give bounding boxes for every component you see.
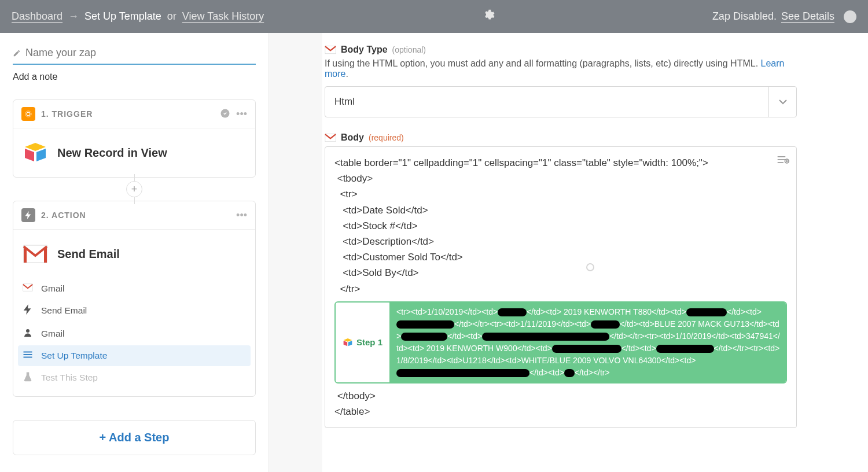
- topbar-right: Zap Disabled. See Details: [712, 10, 856, 23]
- step-data-chip[interactable]: Step 1 <tr><td>1/10/2019</td><td></td><t…: [334, 301, 787, 384]
- gmail-small-icon: [325, 133, 336, 142]
- trigger-badge-icon: [21, 107, 35, 121]
- trigger-title: 1. TRIGGER: [41, 109, 216, 119]
- substep-label: Gmail: [41, 329, 64, 339]
- gmail-icon: [23, 241, 48, 267]
- field-help: If using the HTML option, you must add a…: [325, 58, 797, 79]
- zap-name-row: [13, 45, 256, 65]
- step-chip-tag: Step 1: [336, 303, 391, 382]
- field-hint: (optional): [392, 45, 426, 54]
- action-title: 2. ACTION: [41, 211, 236, 220]
- body-editor[interactable]: <table border="1" cellpadding="1" cellsp…: [325, 146, 797, 428]
- substep-event[interactable]: Send Email: [13, 299, 255, 322]
- substep-account[interactable]: Gmail: [13, 322, 255, 345]
- airtable-icon: [23, 140, 48, 165]
- zap-toggle[interactable]: [844, 10, 856, 23]
- code-line: <table border="1" cellpadding="1" cellsp…: [334, 155, 787, 171]
- pencil-icon: [13, 49, 21, 57]
- list-icon: [23, 351, 33, 361]
- insert-field-icon[interactable]: [777, 154, 789, 169]
- substep-label: Set Up Template: [41, 351, 107, 361]
- flask-icon: [23, 371, 33, 384]
- code-line: </table>: [334, 404, 787, 419]
- sidebar: Add a note 1. TRIGGER ••• New Record in …: [0, 33, 269, 472]
- action-badge-icon: [21, 208, 35, 222]
- breadcrumb-current: Set Up Template: [84, 10, 161, 23]
- add-step-button[interactable]: + Add a Step: [100, 431, 170, 444]
- bolt-icon: [23, 304, 33, 317]
- check-icon: [220, 108, 230, 120]
- field-body: Body (required) <table border="1" cellpa…: [322, 132, 808, 428]
- topbar: Dashboard → Set Up Template or View Task…: [0, 0, 868, 33]
- code-line: </tbody>: [334, 388, 787, 404]
- trigger-card[interactable]: 1. TRIGGER ••• New Record in View: [13, 99, 256, 178]
- body-type-select[interactable]: Html: [325, 86, 797, 117]
- action-header: 2. ACTION •••: [13, 201, 255, 230]
- field-body-type: Body Type (optional) If using the HTML o…: [322, 45, 808, 117]
- substep-label: Gmail: [41, 283, 64, 294]
- svg-point-0: [27, 112, 30, 116]
- code-line: <td>Description</td>: [334, 234, 787, 249]
- topbar-center: [264, 9, 712, 25]
- svg-point-1: [25, 111, 32, 117]
- dashboard-link[interactable]: Dashboard: [12, 10, 62, 23]
- add-between-button[interactable]: +: [126, 181, 142, 197]
- field-label: Body: [341, 132, 364, 143]
- action-body: Send Email: [13, 230, 255, 278]
- add-step-card[interactable]: + Add a Step: [13, 420, 256, 455]
- zap-name-input[interactable]: [25, 47, 256, 59]
- action-substeps: Gmail Send Email Gmail Set Up Template T…: [13, 278, 255, 396]
- action-card[interactable]: 2. ACTION ••• Send Email Gmail Send Emai…: [13, 201, 256, 397]
- breadcrumb: Dashboard → Set Up Template or View Task…: [12, 10, 264, 23]
- substep-label: Test This Step: [41, 373, 98, 383]
- trigger-header: 1. TRIGGER •••: [13, 100, 255, 128]
- svg-point-5: [26, 329, 30, 333]
- person-icon: [23, 327, 33, 340]
- gmail-small-icon: [23, 283, 33, 294]
- substep-label: Send Email: [41, 305, 87, 316]
- code-line: </tr>: [334, 281, 787, 297]
- trigger-body: New Record in View: [13, 128, 255, 177]
- zap-status-text: Zap Disabled.: [712, 10, 777, 23]
- chevron-down-icon: [768, 87, 796, 117]
- substep-template[interactable]: Set Up Template: [18, 345, 251, 366]
- field-label: Body Type: [341, 45, 388, 55]
- gmail-small-icon: [325, 45, 336, 54]
- step-chip-label: Step 1: [356, 335, 382, 349]
- gear-icon[interactable]: [482, 9, 495, 25]
- task-history-link[interactable]: View Task History: [182, 10, 264, 23]
- breadcrumb-arrow-icon: →: [68, 10, 79, 23]
- code-line: <tbody>: [334, 171, 787, 186]
- see-details-link[interactable]: See Details: [781, 10, 834, 23]
- field-hint: (required): [369, 133, 404, 142]
- step-connector: +: [13, 178, 256, 201]
- code-line: <tr>: [334, 186, 787, 202]
- trigger-name: New Record in View: [57, 146, 167, 160]
- code-line: <td>Stock #</td>: [334, 218, 787, 234]
- add-note-link[interactable]: Add a note: [13, 72, 57, 82]
- code-line: <td>Customer Sold To</td>: [334, 249, 787, 265]
- content-panel: Body Type (optional) If using the HTML o…: [322, 33, 868, 472]
- action-menu-icon[interactable]: •••: [236, 209, 247, 222]
- trigger-menu-icon[interactable]: •••: [236, 108, 247, 120]
- breadcrumb-or: or: [167, 10, 176, 23]
- code-line: <td>Date Sold</td>: [334, 202, 787, 218]
- substep-test[interactable]: Test This Step: [13, 366, 255, 389]
- step-chip-body: <tr><td>1/10/2019</td><td></td><td> 2019…: [391, 303, 786, 382]
- action-name: Send Email: [57, 248, 120, 261]
- select-value: Html: [334, 96, 355, 108]
- substep-app[interactable]: Gmail: [13, 278, 255, 299]
- code-line: <td>Sold By</td>: [334, 265, 787, 281]
